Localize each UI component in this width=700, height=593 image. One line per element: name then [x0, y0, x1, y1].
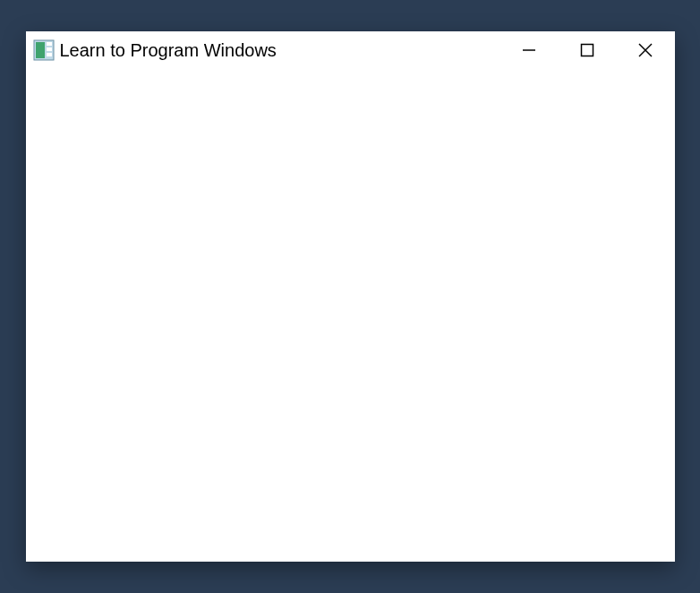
maximize-button[interactable] [559, 31, 617, 69]
svg-rect-1 [36, 42, 45, 58]
maximize-icon [580, 43, 594, 57]
close-button[interactable] [617, 31, 675, 69]
svg-rect-2 [47, 42, 52, 46]
caption-buttons [500, 31, 675, 69]
client-area [26, 69, 675, 562]
svg-rect-6 [582, 45, 593, 56]
title-bar[interactable]: Learn to Program Windows [26, 31, 675, 69]
minimize-icon [522, 43, 536, 57]
minimize-button[interactable] [500, 31, 559, 69]
svg-rect-3 [47, 47, 52, 51]
svg-rect-4 [47, 53, 52, 56]
app-icon [33, 39, 55, 61]
window-title: Learn to Program Windows [60, 40, 277, 61]
close-icon [638, 43, 653, 57]
application-window: Learn to Program Windows [26, 31, 675, 562]
